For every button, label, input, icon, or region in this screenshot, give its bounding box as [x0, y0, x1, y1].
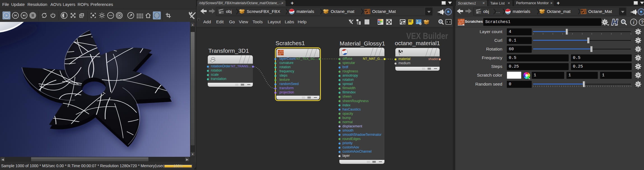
svg-text:i: i	[633, 20, 634, 25]
svg-text:?: ?	[641, 20, 644, 25]
